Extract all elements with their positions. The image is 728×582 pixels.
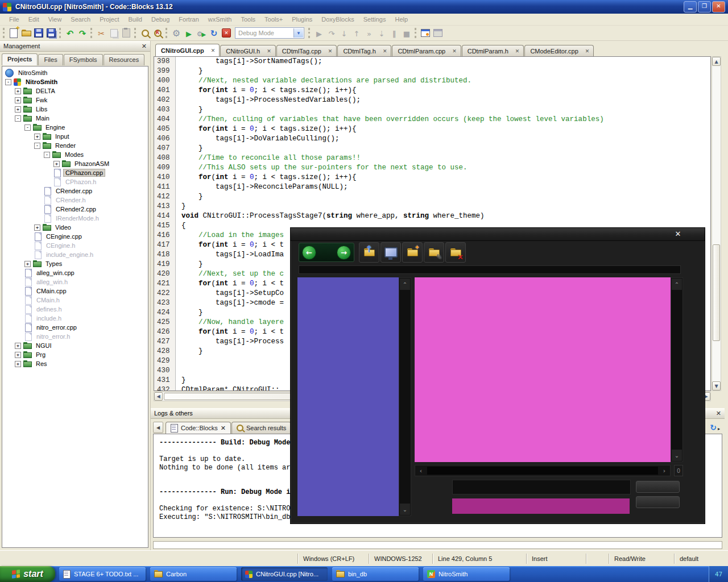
tree-item-render[interactable]: -Render	[2, 141, 148, 150]
new-folder-icon[interactable]: ✦	[402, 242, 423, 263]
tree-item-prg[interactable]: +Prg	[2, 350, 148, 359]
hscroll-track[interactable]	[427, 467, 658, 475]
step-into-icon[interactable]	[341, 28, 348, 39]
left-panel-scrollbar[interactable]: ⌃ ⌄	[399, 277, 411, 516]
replace-icon[interactable]	[154, 30, 162, 37]
menu-project[interactable]: Project	[95, 14, 123, 24]
tab-cnitrogui-h[interactable]: CNitroGUI.h✕	[220, 45, 275, 56]
menu-doxyblocks[interactable]: DoxyBlocks	[317, 14, 358, 24]
tree-item-cengine-h[interactable]: CEngine.h	[2, 241, 148, 250]
menu-view[interactable]: View	[44, 14, 67, 24]
tree-item-alleg-win-cpp[interactable]: alleg_win.cpp	[2, 268, 148, 277]
close-tab-icon[interactable]: ✕	[267, 48, 271, 54]
expander-plus-icon[interactable]: +	[15, 88, 21, 94]
tree-item-cengine-cpp[interactable]: CEngine.cpp	[2, 232, 148, 241]
vscroll-thumb[interactable]	[713, 244, 720, 341]
menu-debug[interactable]: Debug	[147, 14, 174, 24]
task-stage-6-todo-txt[interactable]: STAGE 6+ TODO.txt ...	[59, 567, 146, 581]
expander-plus-icon[interactable]: +	[15, 361, 21, 367]
close-tab-icon[interactable]: ✕	[221, 425, 226, 432]
tree-item-libs[interactable]: +Libs	[2, 105, 148, 114]
tree-item-fwk[interactable]: +Fwk	[2, 95, 148, 105]
app-action-button-2[interactable]	[636, 496, 680, 508]
expander-plus-icon[interactable]: +	[15, 97, 21, 103]
app-close-icon[interactable]: ✕	[672, 229, 684, 239]
start-button[interactable]: start	[0, 566, 55, 582]
toolbar-grip[interactable]	[134, 28, 136, 38]
address-bar[interactable]	[299, 265, 681, 274]
menu-tools[interactable]: Tools	[236, 14, 260, 24]
close-tab-icon[interactable]: ✕	[585, 48, 590, 54]
forward-icon[interactable]: →	[337, 246, 351, 260]
task-bin-db[interactable]: bin_db	[332, 567, 419, 581]
tree-item-include-h[interactable]: include.h	[2, 314, 148, 323]
tree-item-ngui[interactable]: +NGUI	[2, 341, 148, 350]
toolbar-grip[interactable]	[308, 28, 310, 38]
menu-settings[interactable]: Settings	[359, 14, 391, 24]
preview-vscrollbar[interactable]: ⌃ ⌄	[671, 277, 683, 462]
menu-fortran[interactable]: Fortran	[174, 14, 203, 24]
tab-code-blocks[interactable]: Code::Blocks✕	[166, 422, 231, 434]
tree-item-phazonasm[interactable]: +PhazonASM	[2, 159, 148, 168]
build-icon[interactable]	[172, 28, 180, 39]
tree-item-cmain-cpp[interactable]: CMain.cpp	[2, 286, 148, 296]
close-tab-icon[interactable]: ✕	[515, 48, 520, 54]
tree-item-crender-cpp[interactable]: CRender.cpp	[2, 186, 148, 196]
restore-button[interactable]: ❐	[698, 1, 711, 13]
toolbar-grip[interactable]	[415, 28, 416, 38]
menu-wxsmith[interactable]: wxSmith	[204, 14, 237, 24]
tree-item-delta[interactable]: +DELTA	[2, 86, 148, 95]
expander-minus-icon[interactable]: -	[5, 79, 11, 85]
tab-fsymbols[interactable]: FSymbols	[64, 54, 103, 65]
run-icon[interactable]	[186, 28, 192, 39]
tree-item-engine[interactable]: -Engine	[2, 123, 148, 132]
tree-item-alleg-win-h[interactable]: alleg_win.h	[2, 277, 148, 286]
preview-hscrollbar[interactable]: ‹ ›	[415, 465, 671, 476]
expander-minus-icon[interactable]: -	[44, 152, 50, 158]
scroll-left-icon[interactable]: ‹	[415, 467, 427, 475]
minimize-button[interactable]: ▁	[684, 1, 697, 13]
tree-item-cmain-h[interactable]: CMain.h	[2, 296, 148, 305]
expander-plus-icon[interactable]: +	[15, 352, 21, 358]
tab-cmodeeditor-cpp[interactable]: CModeEditor.cpp✕	[524, 45, 594, 56]
back-icon[interactable]: ←	[302, 246, 316, 260]
logs-close-icon[interactable]: ✕	[716, 410, 721, 417]
task-nitrosmith[interactable]: NNitroSmith	[423, 567, 510, 581]
tree-item-cphazon-h[interactable]: CPhazon.h	[2, 177, 148, 186]
tree-item-nitro-error-h[interactable]: nitro_error.h	[2, 332, 148, 341]
menu-tools[interactable]: Tools+	[260, 14, 287, 24]
open-icon[interactable]	[22, 30, 31, 37]
rebuild-icon[interactable]	[210, 28, 218, 39]
save-icon[interactable]	[34, 28, 43, 38]
tree-item-irendermode-h[interactable]: IRenderMode.h	[2, 214, 148, 223]
expander-minus-icon[interactable]: -	[24, 124, 31, 131]
menu-edit[interactable]: Edit	[24, 14, 44, 24]
close-tab-icon[interactable]: ✕	[452, 48, 457, 54]
tree-item-res[interactable]: +Res	[2, 359, 148, 368]
scroll-down-icon[interactable]: ⌄	[672, 450, 682, 461]
expander-plus-icon[interactable]: +	[15, 106, 21, 113]
scroll-up-icon[interactable]: ⌃	[672, 278, 682, 290]
expander-plus-icon[interactable]: +	[24, 261, 31, 267]
delete-folder-icon[interactable]: ✕	[445, 242, 466, 263]
new-file-icon[interactable]	[10, 28, 18, 38]
tree-item-crender2-cpp[interactable]: CRender2.cpp	[2, 205, 148, 214]
undo-icon[interactable]	[67, 28, 74, 39]
expander-plus-icon[interactable]: +	[53, 161, 60, 167]
copy-icon[interactable]	[110, 29, 118, 38]
task-cnitrogui-cpp-nitro[interactable]: CNitroGUI.cpp [Nitro...	[241, 567, 328, 581]
tree-item-modes[interactable]: -Modes	[2, 150, 148, 159]
scroll-down-icon[interactable]: ▼	[712, 381, 721, 390]
step-out-icon[interactable]	[354, 28, 360, 39]
step-into-instruction-icon[interactable]	[379, 28, 385, 39]
close-button[interactable]: ✕	[712, 1, 725, 13]
tree-item-defines-h[interactable]: defines.h	[2, 305, 148, 314]
tree-item-video[interactable]: +Video	[2, 223, 148, 232]
build-target-select[interactable]: Debug Mode▼	[235, 27, 304, 39]
close-tab-icon[interactable]: ✕	[383, 48, 387, 54]
tab-search-results[interactable]: Search results	[231, 422, 291, 434]
tab-projects[interactable]: Projects	[2, 53, 38, 65]
tree-item-types[interactable]: +Types	[2, 259, 148, 268]
expander-plus-icon[interactable]: +	[34, 134, 40, 140]
scroll-down-icon[interactable]: ⌄	[400, 504, 410, 515]
